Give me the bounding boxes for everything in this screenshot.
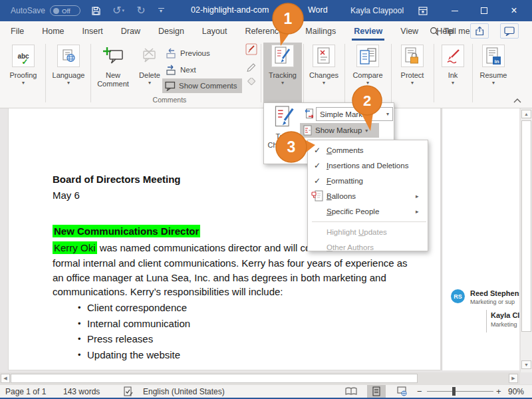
svg-text:in: in [494, 58, 499, 64]
menu-item-label: Specific People [327, 207, 416, 215]
print-layout-button[interactable] [367, 385, 386, 398]
app-name: Word [308, 5, 328, 15]
svg-text:3: 3 [287, 138, 296, 156]
zoom-slider-thumb[interactable] [452, 387, 456, 396]
doc-paragraph-line-2: formal internal and client communication… [53, 257, 408, 269]
horizontal-scroll-thumb[interactable] [11, 374, 418, 383]
share-button[interactable] [470, 23, 489, 39]
redo-icon: ↻ [136, 5, 145, 16]
comments-group-label: Comments [133, 96, 206, 104]
minimize-icon [452, 11, 458, 11]
menu-item-label: Insertions and Deletions [327, 162, 416, 170]
new-comment-button[interactable]: NewComment [93, 43, 133, 102]
avatar: RS [451, 289, 465, 303]
scroll-down-button[interactable]: ▼ [521, 360, 531, 369]
menu-item-highlight-updates: Highlight Updates [308, 224, 428, 239]
red-pen-icon[interactable] [245, 43, 257, 55]
comment-author[interactable]: Reed Stephens [470, 289, 519, 297]
tab-layout[interactable]: Layout [202, 21, 227, 41]
reply-text: Marketing [491, 321, 517, 328]
bullet-text: Press releases [87, 333, 153, 344]
language-icon [57, 45, 80, 67]
step-badge-1: 1 [271, 2, 306, 49]
zoom-slider-track[interactable] [427, 391, 493, 392]
menu-item-formatting[interactable]: ✓Formatting [308, 173, 428, 188]
delete-comment-button[interactable]: Delete ▾ [134, 43, 165, 102]
reply-author[interactable]: Kayla Cla [491, 311, 519, 319]
customize-qat-button[interactable]: ▾ [156, 8, 166, 13]
comments-button[interactable] [500, 23, 519, 39]
autosave-state: Off [62, 7, 70, 15]
pencil-icon[interactable] [245, 61, 257, 72]
menu-item-label: Formatting [327, 177, 416, 185]
scroll-left-button[interactable]: ◀ [1, 374, 10, 383]
show-comments-toggle[interactable]: Show Comments [162, 78, 242, 93]
doc-bullet-item: •Updating the website [53, 347, 190, 363]
tracking-button[interactable]: Tracking ▾ [263, 43, 302, 107]
vertical-scrollbar[interactable]: ▲ ▼ [520, 108, 532, 372]
menu-item-comments[interactable]: ✓Comments [308, 142, 428, 158]
zoom-in-button[interactable]: + [496, 386, 501, 396]
autosave-label: AutoSave [11, 6, 45, 15]
resume-button[interactable]: in Resume ▾ [475, 43, 512, 102]
save-icon [91, 6, 101, 16]
menu-item-insertions-and-deletions[interactable]: ✓Insertions and Deletions [308, 158, 428, 173]
redo-button[interactable]: ↻ [134, 3, 148, 19]
ink-icon [442, 45, 464, 67]
ink-button[interactable]: Ink ▾ [436, 43, 469, 102]
tab-home[interactable]: Home [42, 21, 64, 41]
zoom-level[interactable]: 90% [508, 387, 524, 396]
word-count[interactable]: 143 words [63, 387, 100, 396]
menu-item-balloons[interactable]: Balloons▸ [308, 188, 428, 203]
tab-file[interactable]: File [11, 21, 24, 41]
page-indicator[interactable]: Page 1 of 1 [5, 387, 46, 396]
web-layout-button[interactable] [392, 385, 411, 398]
protect-button[interactable]: Protect ▾ [394, 43, 431, 102]
previous-comment-button[interactable]: Previous [162, 46, 213, 61]
autosave-toggle[interactable]: AutoSave Off [11, 5, 80, 16]
status-bar: Page 1 of 1 143 words English (United St… [0, 384, 532, 398]
menu-item-label: Other Authors [327, 243, 416, 251]
scroll-up-button[interactable]: ▲ [521, 110, 531, 118]
ribbon-display-options-button[interactable] [408, 0, 438, 21]
close-button[interactable]: × [499, 0, 529, 21]
bullet-glyph: • [78, 334, 87, 344]
undo-dropdown-arrow: ▾ [122, 8, 124, 13]
scroll-right-button[interactable]: ▶ [509, 374, 518, 383]
tab-view[interactable]: View [400, 21, 418, 41]
scroll-left-icon: ◀ [3, 376, 7, 381]
tell-me-box[interactable]: Tell me [430, 21, 470, 41]
reply-divider [486, 310, 487, 332]
changes-button[interactable]: Changes ▾ [306, 43, 342, 102]
read-mode-button[interactable] [342, 385, 360, 398]
tab-draw[interactable]: Draw [121, 21, 140, 41]
zoom-out-button[interactable]: − [417, 386, 422, 396]
tab-mailings[interactable]: Mailings [305, 21, 336, 41]
save-button[interactable] [88, 3, 103, 19]
simple-markup-icon [303, 108, 315, 122]
maximize-button[interactable] [469, 0, 499, 21]
web-layout-icon [397, 386, 407, 396]
doc-paragraph-line-3: an office manager at Luna Sea, Inc. and … [53, 272, 386, 283]
delete-comment-icon [140, 47, 159, 64]
minimize-button[interactable] [440, 0, 469, 21]
search-icon [430, 27, 439, 36]
horizontal-scrollbar[interactable]: ◀ ▶ [0, 372, 520, 384]
collapse-ribbon-button[interactable] [513, 94, 521, 106]
previous-comment-icon [165, 48, 177, 59]
tab-design[interactable]: Design [158, 21, 184, 41]
tab-insert[interactable]: Insert [82, 21, 103, 41]
vertical-scroll-thumb[interactable] [521, 120, 531, 332]
tab-review[interactable]: Review [354, 21, 382, 41]
comment-bubble-icon [504, 27, 515, 36]
eraser-icon[interactable] [246, 78, 257, 87]
undo-button[interactable]: ↺▾ [111, 3, 126, 19]
menu-item-label: Balloons [327, 192, 416, 200]
proofing-button[interactable]: abc✓ Proofing ▾ [4, 43, 43, 102]
language-button[interactable]: Language ▾ [48, 43, 89, 102]
ribbon-tabs: FileHomeInsertDrawDesignLayoutReferences… [11, 21, 454, 41]
next-comment-button[interactable]: Next [162, 63, 199, 77]
share-icon [475, 26, 485, 36]
language-status[interactable]: English (United States) [143, 387, 225, 396]
menu-item-specific-people[interactable]: Specific People▸ [308, 203, 428, 219]
